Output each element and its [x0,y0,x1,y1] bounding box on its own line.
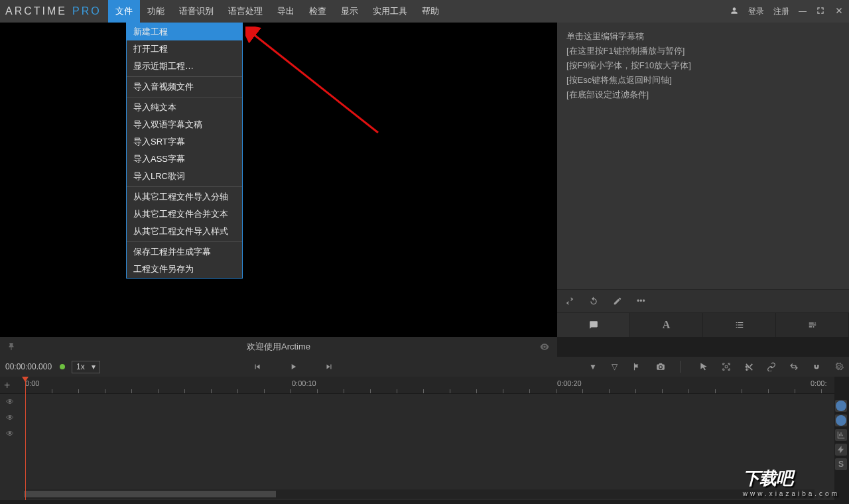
dropdown-import-srt[interactable]: 导入SRT字幕 [127,133,242,151]
playhead[interactable] [25,377,26,500]
next-icon[interactable] [324,362,334,371]
ruler-tick [476,389,477,393]
ruler-tick [291,389,291,393]
swap2-icon[interactable] [789,362,799,371]
play-icon[interactable] [289,362,298,371]
select-icon[interactable] [722,362,731,371]
track-visibility-icon[interactable]: 👁 [0,397,20,407]
speed-select[interactable]: 1x▾ [72,361,100,373]
dropdown-import-axis[interactable]: 从其它工程文件导入分轴 [127,188,242,206]
ruler-label: 0:00:10 [292,379,316,387]
ruler-tick [503,389,503,393]
close-icon[interactable] [834,6,844,17]
timeline-scrollbar[interactable] [24,489,815,499]
dropdown-import-lrc[interactable]: 导入LRC歌词 [127,168,242,185]
ruler-tick [582,389,583,393]
playback-controls [253,362,334,371]
menu-export[interactable]: 导出 [270,0,302,23]
minimap-bolt-icon[interactable] [835,444,847,456]
gear-icon[interactable] [834,362,844,371]
chevron-down-icon: ▾ [92,362,96,371]
dropdown-recent-projects[interactable]: 显示近期工程… [127,58,242,75]
dropdown-import-ass[interactable]: 导入ASS字幕 [127,151,242,168]
info-bar: 欢迎使用Arctime [0,337,557,357]
add-track-icon[interactable]: + [4,379,10,391]
ruler-tick [264,389,265,393]
pointer-icon[interactable] [699,362,708,371]
dropdown-separator [127,241,242,242]
dropdown-import-av[interactable]: 导入音视频文件 [127,78,242,95]
minimize-icon[interactable]: — [799,7,807,16]
tab-list[interactable] [703,313,776,337]
menu-speech[interactable]: 语音识别 [172,0,221,23]
timecode: 00:00:00.000 [5,362,52,371]
tab-settings[interactable] [776,313,849,337]
dropdown-open-project[interactable]: 打开工程 [127,40,242,58]
undo-icon[interactable] [589,296,598,306]
ruler-tick [397,389,397,393]
video-preview[interactable] [0,23,557,337]
camera-icon[interactable] [656,362,665,371]
ruler-tick [795,389,795,393]
minimap-column: S [834,399,849,471]
dropdown-merge-text[interactable]: 从其它工程文件合并文本 [127,206,242,223]
register-link[interactable]: 注册 [773,6,789,17]
menu-language[interactable]: 语言处理 [221,0,270,23]
minimap-blue-icon[interactable] [835,400,847,412]
prev-icon[interactable] [253,362,262,371]
menu-file[interactable]: 文件 [108,0,140,23]
pin-icon[interactable] [7,342,16,351]
link-icon[interactable] [767,362,776,371]
menu-tools[interactable]: 实用工具 [365,0,415,23]
swap-icon[interactable] [565,296,574,306]
menu-help[interactable]: 帮助 [415,0,446,23]
menubar: ARCTIME PRO 文件 功能 语音识别 语言处理 导出 检查 显示 实用工… [0,0,849,23]
timeline-ruler[interactable]: + 0:00 0:00:10 0:00:20 0:00: [0,377,834,394]
app-logo: ARCTIME PRO [5,5,101,17]
dropdown-save-project[interactable]: 保存工程并生成字幕 [127,243,242,261]
menu-display[interactable]: 显示 [334,0,365,23]
welcome-text: 欢迎使用Arctime [247,341,310,353]
user-icon[interactable] [730,6,739,17]
scrollbar-thumb[interactable] [24,491,276,497]
dropdown-import-style[interactable]: 从其它工程文件导入样式 [127,223,242,240]
marker-down-icon[interactable]: ▼ [589,362,597,371]
menu-function[interactable]: 功能 [140,0,172,23]
dropdown-import-bilingual[interactable]: 导入双语字幕文稿 [127,116,242,133]
menu-check[interactable]: 检查 [302,0,334,23]
hint-line: 单击这里编辑字幕稿 [566,29,840,44]
timeline-tracks[interactable]: 👁 👁 👁 [0,394,834,487]
edit-icon[interactable] [613,296,622,306]
ruler-tick [821,389,822,393]
dropdown-import-text[interactable]: 导入纯文本 [127,99,242,116]
tab-style[interactable]: A [630,313,703,337]
track-visibility-icon[interactable]: 👁 [0,429,20,438]
ruler-tick [529,389,530,393]
hint-line: [在这里按F1键控制播放与暂停] [566,44,840,58]
flag-icon[interactable] [632,362,641,371]
hint-line: [按F9缩小字体，按F10放大字体] [566,58,840,73]
menubar-right: 登录 注册 — [730,6,844,17]
dropdown-new-project[interactable]: 新建工程 [127,23,242,40]
ruler-tick [344,389,344,393]
ruler-label: 0:00:20 [557,379,582,387]
cut-icon[interactable] [744,362,753,371]
ruler-tick [768,389,769,393]
timeline: + 0:00 0:00:10 0:00:20 0:00: 👁 👁 👁 [0,377,834,500]
login-link[interactable]: 登录 [748,6,764,17]
tab-chat[interactable] [557,313,630,337]
maximize-icon[interactable] [816,6,825,17]
marker-down2-icon[interactable]: ▽ [612,362,618,371]
more-icon[interactable]: ••• [637,296,645,306]
ruler-tick [688,389,689,393]
minimap-blue2-icon[interactable] [835,414,847,426]
minimap-chart-icon[interactable] [835,429,847,441]
status-dot [60,364,65,369]
ruler-tick [662,389,663,393]
magnet-icon[interactable] [812,362,821,371]
dropdown-save-as[interactable]: 工程文件另存为 [127,261,242,278]
subtitle-editor[interactable]: 单击这里编辑字幕稿 [在这里按F1键控制播放与暂停] [按F9缩小字体，按F10… [557,23,849,289]
visibility-icon[interactable] [540,342,549,351]
track-visibility-icon[interactable]: 👁 [0,413,20,422]
ruler-tick [131,389,132,393]
